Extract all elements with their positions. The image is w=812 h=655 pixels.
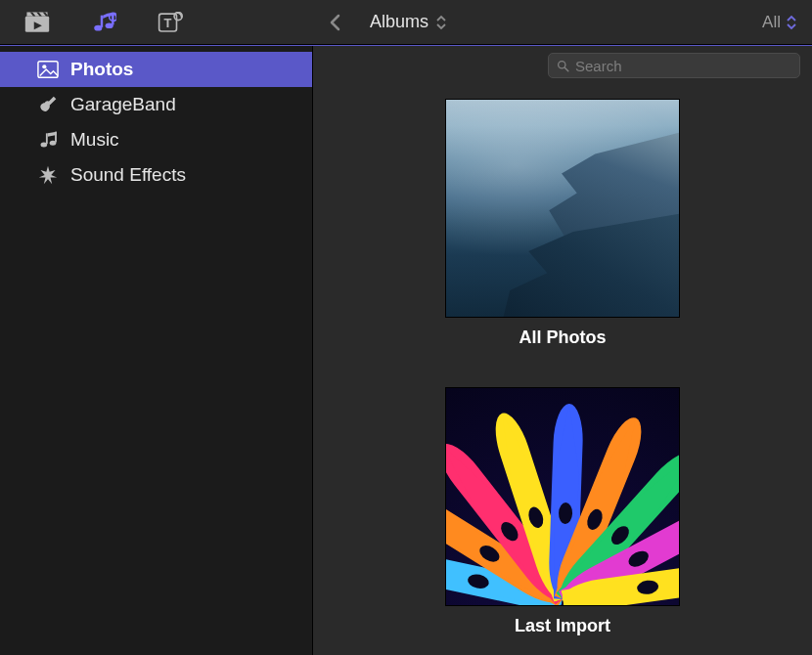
burst-icon	[37, 165, 59, 185]
album-thumbnail	[445, 387, 680, 606]
music-note-icon	[37, 130, 59, 150]
top-toolbar: T Albums All	[0, 0, 812, 45]
titles-library-tab[interactable]: T	[151, 4, 190, 41]
sidebar-item-label: GarageBand	[70, 94, 176, 115]
library-tabs: T	[0, 0, 313, 44]
content-pane: All Photos Last Import	[313, 46, 812, 655]
video-library-tab[interactable]	[18, 4, 57, 41]
albums-grid: All Photos Last Import	[313, 85, 812, 655]
sidebar-item-music[interactable]: Music	[0, 122, 312, 157]
svg-rect-18	[46, 133, 48, 144]
search-box[interactable]	[548, 53, 800, 78]
search-input[interactable]	[575, 58, 791, 74]
photos-icon	[37, 60, 59, 79]
album-last-import[interactable]: Last Import	[445, 387, 680, 636]
album-label: Last Import	[515, 616, 610, 636]
chevron-up-down-icon	[787, 15, 796, 30]
svg-point-15	[42, 65, 46, 68]
chevron-up-down-icon	[436, 15, 446, 30]
main-area: Photos GarageBand Music Sound Effects	[0, 46, 812, 655]
filter-picker[interactable]: All	[762, 13, 796, 32]
svg-marker-20	[39, 166, 57, 184]
album-all-photos[interactable]: All Photos	[445, 99, 680, 348]
sidebar-item-label: Sound Effects	[70, 164, 186, 186]
albums-picker[interactable]: Albums	[370, 12, 446, 32]
audio-photo-library-tab[interactable]	[84, 4, 123, 41]
albums-picker-label: Albums	[370, 12, 429, 32]
album-thumbnail	[445, 99, 680, 318]
search-row	[313, 46, 812, 85]
svg-text:T: T	[164, 15, 172, 29]
sidebar-item-label: Photos	[70, 59, 133, 80]
filter-label: All	[762, 13, 781, 32]
search-icon	[557, 60, 569, 72]
svg-line-22	[564, 67, 567, 70]
sidebar-item-photos[interactable]: Photos	[0, 52, 312, 87]
guitar-icon	[37, 95, 59, 114]
back-button[interactable]	[321, 14, 348, 31]
source-sidebar: Photos GarageBand Music Sound Effects	[0, 46, 313, 655]
svg-rect-8	[101, 15, 103, 26]
sidebar-item-garageband[interactable]: GarageBand	[0, 87, 312, 122]
sidebar-item-label: Music	[70, 129, 119, 151]
content-toolbar: Albums All	[313, 0, 812, 44]
album-label: All Photos	[519, 328, 607, 348]
sidebar-item-sound-effects[interactable]: Sound Effects	[0, 157, 312, 193]
